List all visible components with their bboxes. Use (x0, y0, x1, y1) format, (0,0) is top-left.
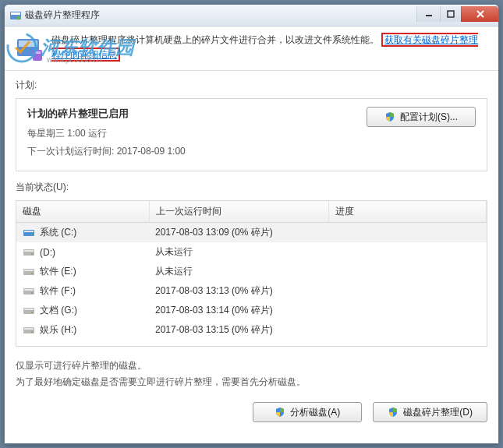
app-icon-small (9, 9, 22, 22)
last-run-cell: 2017-08-03 13:15 (0% 碎片) (149, 320, 328, 340)
configure-plan-button[interactable]: 配置计划(S)... (367, 107, 476, 127)
window-controls (416, 6, 498, 22)
svg-point-14 (31, 234, 33, 235)
plan-info: 计划的碎片整理已启用 每星期三 1:00 运行 下一次计划运行时间: 2017-… (27, 107, 351, 163)
header-desc: 磁盘碎片整理程序将计算机硬盘上的碎片文件进行合并，以改进文件系统性能。 (51, 34, 379, 45)
progress-cell (328, 281, 487, 301)
svg-rect-4 (448, 11, 454, 17)
col-last-run[interactable]: 上一次运行时间 (149, 201, 328, 223)
svg-point-29 (31, 331, 33, 333)
plan-box: 计划的碎片整理已启用 每星期三 1:00 运行 下一次计划运行时间: 2017-… (16, 98, 487, 171)
svg-rect-19 (24, 270, 34, 271)
header-text: 磁盘碎片整理程序将计算机硬盘上的碎片文件进行合并，以改进文件系统性能。 获取有关… (51, 33, 487, 62)
progress-cell (328, 242, 487, 262)
hint-line-1: 仅显示可进行碎片整理的磁盘。 (16, 358, 487, 373)
plan-label: 计划: (16, 79, 487, 92)
app-icon (16, 34, 44, 62)
plan-schedule: 每星期三 1:00 运行 (27, 127, 351, 140)
last-run-cell: 从未运行 (149, 242, 328, 262)
svg-rect-25 (24, 309, 34, 310)
drive-icon (23, 287, 35, 296)
header: 磁盘碎片整理程序将计算机硬盘上的碎片文件进行合并，以改进文件系统性能。 获取有关… (5, 26, 498, 71)
svg-point-2 (17, 16, 21, 19)
plan-status-title: 计划的碎片整理已启用 (27, 107, 351, 121)
defrag-window: 磁盘碎片整理程序 磁盘碎片整理程序将计算机硬盘上的碎片文件进行合并，以改进文件系… (4, 4, 499, 444)
table-row[interactable]: 系统 (C:)2017-08-03 13:09 (0% 碎片) (16, 223, 487, 243)
minimize-button[interactable] (416, 6, 440, 22)
svg-rect-8 (19, 41, 37, 47)
svg-point-17 (31, 253, 33, 255)
disk-name: (D:) (40, 247, 55, 258)
svg-point-23 (31, 292, 33, 294)
analyze-button[interactable]: 分析磁盘(A) (253, 402, 362, 422)
disk-name: 文档 (G:) (40, 304, 77, 317)
action-buttons: 分析磁盘(A) 磁盘碎片整理(D) (16, 402, 487, 422)
col-disk[interactable]: 磁盘 (16, 201, 149, 223)
disk-name: 软件 (F:) (40, 284, 76, 298)
col-progress[interactable]: 进度 (328, 201, 487, 223)
progress-cell (328, 301, 487, 320)
drive-icon (23, 228, 35, 238)
content-area: 计划: 计划的碎片整理已启用 每星期三 1:00 运行 下一次计划运行时间: 2… (5, 71, 498, 443)
table-row[interactable]: 文档 (G:)2017-08-03 13:14 (0% 碎片) (16, 301, 487, 320)
table-row[interactable]: 娱乐 (H:)2017-08-03 13:15 (0% 碎片) (16, 320, 487, 340)
svg-rect-22 (24, 289, 34, 291)
titlebar[interactable]: 磁盘碎片整理程序 (5, 5, 498, 26)
shield-icon (384, 111, 395, 122)
maximize-button[interactable] (440, 6, 461, 22)
progress-cell (328, 262, 487, 281)
plan-next-run: 下一次计划运行时间: 2017-08-09 1:00 (27, 145, 351, 158)
status-label: 当前状态(U): (16, 181, 487, 194)
svg-rect-13 (24, 231, 34, 232)
shield-icon (388, 407, 399, 418)
drive-icon (23, 326, 35, 335)
drive-icon (23, 248, 35, 257)
last-run-cell: 2017-08-03 13:09 (0% 碎片) (149, 223, 328, 243)
svg-rect-10 (34, 51, 41, 54)
close-button[interactable] (461, 6, 498, 22)
defrag-button[interactable]: 磁盘碎片整理(D) (373, 402, 487, 422)
table-row[interactable]: (D:)从未运行 (16, 242, 487, 262)
maximize-icon (447, 10, 455, 18)
last-run-cell: 从未运行 (149, 262, 328, 281)
last-run-cell: 2017-08-03 13:14 (0% 碎片) (149, 301, 328, 320)
window-title: 磁盘碎片整理程序 (25, 9, 416, 22)
table-row[interactable]: 软件 (E:)从未运行 (16, 262, 487, 281)
progress-cell (328, 320, 487, 340)
disk-table-container[interactable]: 磁盘 上一次运行时间 进度 系统 (C:)2017-08-03 13:09 (0… (16, 200, 487, 347)
drive-icon (23, 306, 35, 316)
last-run-cell: 2017-08-03 13:13 (0% 碎片) (149, 281, 328, 301)
svg-rect-1 (11, 12, 20, 15)
table-row[interactable]: 软件 (F:)2017-08-03 13:13 (0% 碎片) (16, 281, 487, 301)
svg-rect-28 (24, 328, 34, 330)
svg-point-26 (31, 312, 33, 313)
svg-point-20 (31, 273, 33, 274)
disk-name: 系统 (C:) (40, 226, 76, 239)
disk-name: 娱乐 (H:) (40, 323, 76, 337)
svg-rect-16 (24, 250, 34, 252)
shield-icon (275, 407, 285, 418)
progress-cell (328, 223, 487, 243)
close-icon (476, 9, 485, 19)
disk-table: 磁盘 上一次运行时间 进度 系统 (C:)2017-08-03 13:09 (0… (16, 201, 487, 340)
minimize-icon (425, 10, 433, 18)
disk-name: 软件 (E:) (40, 265, 76, 278)
hint-text: 仅显示可进行碎片整理的磁盘。 为了最好地确定磁盘是否需要立即进行碎片整理，需要首… (16, 358, 487, 390)
hint-line-2: 为了最好地确定磁盘是否需要立即进行碎片整理，需要首先分析磁盘。 (16, 374, 487, 390)
drive-icon (23, 267, 35, 277)
